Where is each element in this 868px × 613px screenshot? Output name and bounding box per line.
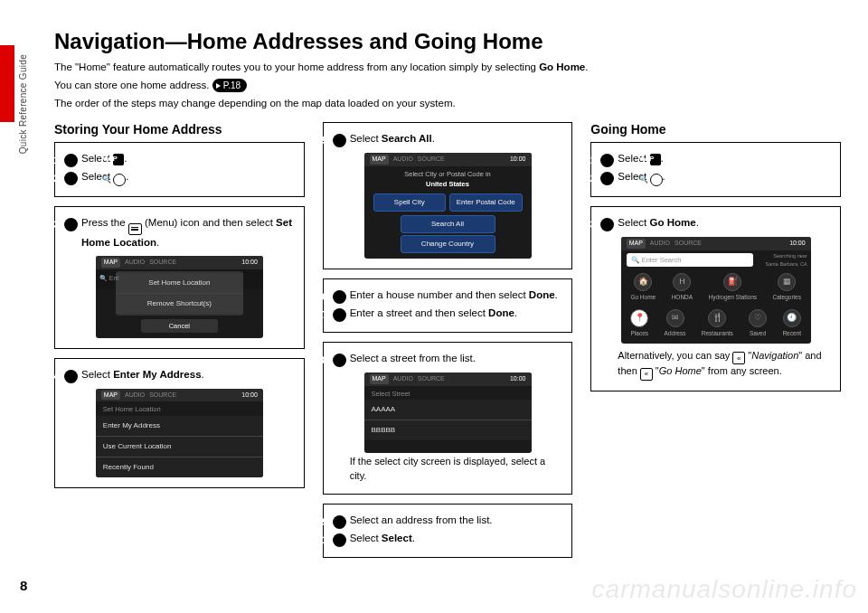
- s3-b1: Spell City: [373, 193, 447, 212]
- col3-box-2: 3Select Go Home. MAPAUDIOSOURCE 10:00 🔍 …: [590, 206, 841, 391]
- s9: Select an address from the list.: [350, 514, 493, 525]
- s5-t2: AUDIO: [650, 239, 670, 249]
- s1-tab2: AUDIO: [125, 258, 145, 268]
- ic-saved: ♡Saved: [749, 309, 767, 338]
- ic-recent: 🕘Recent: [782, 309, 801, 338]
- gh-bullet-1: 1: [600, 154, 614, 167]
- s4-t2: AUDIO: [393, 374, 413, 384]
- step-10: 10Select Select.: [333, 531, 563, 547]
- step4b: Enter My Address: [113, 369, 201, 380]
- step8-note: If the select city screen is displayed, …: [333, 455, 563, 484]
- step-7: 7Enter a street and then select Done.: [333, 306, 563, 322]
- s4-clock: 10:00: [510, 374, 526, 384]
- bullet-5: 5: [333, 134, 346, 147]
- s3-b2: Enter Postal Code: [449, 193, 523, 212]
- ic-categories: ▦Categories: [773, 273, 801, 302]
- column-3: Going Home 1Select MAP. 2Select 🔍. 3Sele…: [590, 122, 841, 567]
- intro-line-2: You can store one home address. P.18: [54, 78, 841, 94]
- s1-pop2: Remove Shortcut(s): [116, 294, 243, 314]
- s5-t3: SOURCE: [675, 239, 702, 249]
- page-ref-arrow-icon: [216, 83, 221, 89]
- column-2: 5Select Search All. MAPAUDIOSOURCE 10:00…: [323, 122, 573, 567]
- s4-i1: AAAAA: [364, 400, 532, 420]
- ic-honda: HHONDA: [672, 273, 693, 302]
- s2-i2: Use Current Location: [96, 437, 263, 457]
- col3-box-1: 1Select MAP. 2Select 🔍.: [590, 142, 841, 197]
- screen-go-home: MAPAUDIOSOURCE 10:00 🔍 Enter Search Sear…: [621, 237, 811, 343]
- s1-clock: 10:00: [241, 258, 258, 268]
- bullet-2: 2: [64, 172, 78, 185]
- s3-topbar: MAPAUDIOSOURCE 10:00: [364, 153, 532, 166]
- s5-topbar: MAPAUDIOSOURCE 10:00: [621, 237, 811, 250]
- map-button-icon-2: MAP: [650, 154, 661, 165]
- search-icon-2: 🔍: [650, 174, 663, 186]
- s5-t1: MAP: [627, 239, 646, 249]
- page-content: Navigation—Home Addresses and Going Home…: [54, 29, 841, 567]
- gh-s3b: Go Home: [650, 217, 696, 228]
- step-5: 5Select Search All.: [333, 131, 563, 147]
- s3-hdr: Select City or Postal Code inUnited Stat…: [364, 166, 532, 191]
- s2-hdr: Set Home Location: [96, 401, 263, 415]
- ic-address: ✉Address: [665, 309, 686, 338]
- columns-container: Storing Your Home Address 1Select MAP. 2…: [54, 122, 841, 567]
- page-title: Navigation—Home Addresses and Going Home: [54, 29, 841, 54]
- s3-t1: MAP: [370, 155, 389, 165]
- s5-search: 🔍 Enter Search: [627, 253, 753, 267]
- screen1-topbar: MAPAUDIOSOURCE 10:00: [96, 256, 263, 269]
- screen-set-home-popup: MAPAUDIOSOURCE 10:00 🔍 Ent Set Home Loca…: [96, 256, 263, 338]
- step-4: 4Select Enter My Address.: [64, 367, 295, 383]
- s3-t2: AUDIO: [393, 155, 413, 165]
- col1-box-3: 4Select Enter My Address. MAPAUDIOSOURCE…: [54, 358, 305, 488]
- s8: Select a street from the list.: [350, 353, 476, 363]
- intro-line-1: The "Home" feature automatically routes …: [54, 60, 841, 76]
- s3-hdr2: United States: [426, 180, 469, 188]
- col2-box-4: 9Select an address from the list. 10Sele…: [323, 504, 573, 558]
- s1-popup: Set Home Location Remove Shortcut(s): [116, 271, 243, 316]
- s2-i1: Enter My Address: [96, 416, 263, 437]
- s5-loc: Searching near Santa Barbara, CA: [761, 252, 811, 268]
- intro-1b: Go Home: [539, 61, 585, 72]
- screen-enter-address: MAPAUDIOSOURCE 10:00 Set Home Location E…: [96, 389, 263, 477]
- s2-t1: MAP: [101, 391, 120, 401]
- ic-restaurants: 🍴Restaurants: [702, 309, 733, 338]
- s4-i2: BBBBB: [364, 420, 532, 440]
- map-button-icon: MAP: [113, 154, 124, 165]
- ic-hydrogen: ⛽Hydrogen Stations: [709, 273, 757, 302]
- step-6: 6Enter a house number and then select Do…: [333, 288, 563, 304]
- page-number: 8: [20, 578, 27, 593]
- voice-icon-2: «: [640, 368, 653, 381]
- s4-topbar: MAPAUDIOSOURCE 10:00: [364, 373, 532, 386]
- gh-n5: " from any screen.: [702, 365, 782, 376]
- gh-bullet-3: 3: [600, 218, 614, 231]
- s3-b3: Search All: [401, 215, 495, 233]
- ic-places: 📍Places: [630, 309, 648, 338]
- bullet-9: 9: [333, 515, 346, 529]
- s5b: Search All: [382, 133, 432, 144]
- search-icon: 🔍: [113, 174, 126, 186]
- side-section-label: Quick Reference Guide: [18, 54, 28, 154]
- intro-1c: .: [585, 61, 588, 72]
- col2-box-3: 8Select a street from the list. MAPAUDIO…: [323, 342, 573, 495]
- screen-search-all: MAPAUDIOSOURCE 10:00 Select City or Post…: [364, 153, 532, 259]
- red-side-tab: [0, 45, 14, 122]
- ic-gohome: 🏠Go Home: [630, 273, 656, 302]
- s10b: Select: [382, 533, 412, 543]
- step-9: 9Select an address from the list.: [333, 513, 563, 529]
- intro-line-3: The order of the steps may change depend…: [54, 96, 841, 112]
- step3a: Press the: [81, 217, 128, 228]
- s4-hdr: Select Street: [364, 386, 532, 400]
- s2-t3: SOURCE: [149, 391, 176, 401]
- s5-row1: 🏠Go Home HHONDA ⛽Hydrogen Stations ▦Cate…: [621, 269, 811, 306]
- bullet-8: 8: [333, 354, 346, 367]
- s1-tab1: MAP: [101, 258, 120, 268]
- column-1: Storing Your Home Address 1Select MAP. 2…: [54, 122, 305, 567]
- step4a: Select: [81, 369, 113, 380]
- gh-step-3: 3Select Go Home.: [600, 215, 831, 231]
- bullet-1: 1: [64, 154, 78, 167]
- gh-step-2: 2Select 🔍.: [600, 169, 831, 186]
- s1-cancel: Cancel: [141, 319, 218, 333]
- voice-icon-1: «: [732, 352, 745, 364]
- step-1: 1Select MAP.: [64, 151, 295, 167]
- intro-2: You can store one home address.: [54, 80, 210, 90]
- col2-box-2: 6Enter a house number and then select Do…: [323, 278, 573, 333]
